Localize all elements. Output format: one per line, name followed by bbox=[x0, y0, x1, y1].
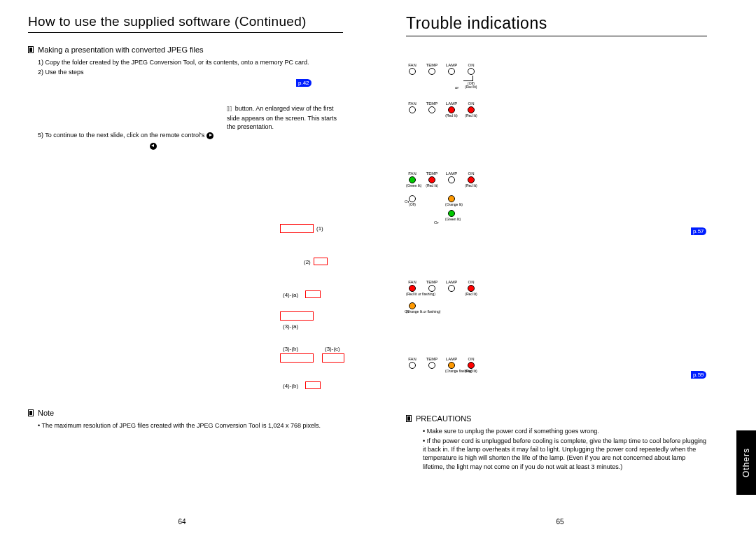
precaution-1: Make sure to unplug the power cord if so… bbox=[423, 427, 707, 435]
diagram-label-2: (2) bbox=[304, 259, 311, 265]
s: (Red lit) bbox=[465, 114, 477, 118]
page-ref-57[interactable]: p.57 bbox=[691, 227, 706, 235]
precaution-2: If the power cord is unplugged before co… bbox=[423, 437, 707, 471]
diagram-label-1: (1) bbox=[316, 225, 323, 232]
or-label: Or bbox=[434, 220, 439, 225]
right-title: Trouble indications bbox=[406, 14, 707, 33]
led-panel-4: FAN(Red lit or flashing) TEMP LAMP ON(Re… bbox=[406, 280, 477, 314]
precautions-label: PRECAUTIONS bbox=[416, 414, 471, 423]
note-label: Note bbox=[38, 409, 54, 417]
s: (Green lit) bbox=[445, 218, 458, 221]
l: FAN bbox=[406, 357, 419, 361]
note-head: Note bbox=[28, 409, 343, 417]
led bbox=[428, 176, 435, 183]
s: (Red lit) bbox=[426, 184, 438, 188]
led bbox=[468, 285, 475, 292]
led bbox=[448, 362, 455, 369]
l: TEMP bbox=[426, 280, 438, 284]
led bbox=[409, 176, 416, 183]
note-body: • The maximum resolution of JPEG files c… bbox=[28, 421, 343, 430]
l: ON bbox=[465, 171, 477, 176]
l: ON bbox=[465, 101, 477, 106]
step-2-text: 2) Use the steps bbox=[38, 69, 84, 76]
or-label: Or bbox=[405, 309, 410, 314]
led bbox=[448, 195, 455, 202]
led-temp-label: TEMP bbox=[426, 63, 438, 67]
led-lamp bbox=[448, 68, 455, 75]
s: (Red lit) bbox=[465, 370, 477, 373]
led-fan-label: FAN bbox=[406, 63, 419, 67]
left-page: How to use the supplied software (Contin… bbox=[0, 0, 364, 534]
led bbox=[409, 285, 416, 292]
led bbox=[468, 106, 475, 113]
led bbox=[409, 195, 416, 202]
led bbox=[428, 362, 435, 369]
l: LAMP bbox=[445, 171, 458, 176]
right-page: Trouble indications FAN TEMP LAMP ON (Of… bbox=[378, 0, 742, 534]
section-icon bbox=[28, 409, 34, 416]
note-text: The maximum resolution of JPEG files cre… bbox=[42, 422, 321, 429]
page-ref-42[interactable]: p.42 bbox=[296, 79, 312, 87]
step-5-text: 5) To continue to the next slide, click … bbox=[38, 132, 206, 139]
l: ON bbox=[465, 280, 477, 284]
step-2: 2) Use the steps bbox=[38, 68, 343, 76]
led-lamp-label: LAMP bbox=[445, 63, 458, 67]
l: TEMP bbox=[426, 101, 438, 106]
diagram-box-3b bbox=[280, 353, 314, 363]
diagram-label-3c: (3)-(c) bbox=[325, 346, 340, 352]
slideshow-icon: ✽⃞ bbox=[227, 104, 232, 114]
l: TEMP bbox=[426, 171, 438, 176]
precautions-head: PRECAUTIONS bbox=[406, 414, 707, 423]
diagram-label-4a: (4)-(a) bbox=[283, 292, 298, 298]
play-icon bbox=[206, 132, 214, 139]
diagram-box-2 bbox=[314, 258, 328, 265]
led-panel-5: FAN TEMP LAMP(Orange flashing) ON(Red li… bbox=[406, 357, 477, 373]
led bbox=[448, 210, 455, 217]
back-icon bbox=[150, 143, 157, 150]
diagram-label-3a: (3)-(a) bbox=[283, 323, 298, 330]
led-panel-2: FAN TEMP LAMP(Red lit) ON(Red lit) bbox=[406, 101, 477, 118]
led-panel-1: FAN TEMP LAMP ON (Off) or (Red lit) bbox=[406, 63, 477, 85]
s: (Green lit) bbox=[406, 184, 419, 188]
l: TEMP bbox=[426, 357, 438, 361]
s: (Orange flashing) bbox=[445, 370, 458, 373]
page-number-right: 65 bbox=[556, 518, 564, 526]
led bbox=[409, 362, 416, 369]
or-label: or bbox=[455, 85, 458, 90]
led bbox=[448, 106, 455, 113]
l: LAMP bbox=[445, 101, 458, 106]
led-on-label: ON bbox=[465, 63, 477, 67]
led bbox=[428, 106, 435, 113]
s: (Red lit) bbox=[465, 293, 477, 296]
diagram-box-4b bbox=[305, 381, 321, 389]
step-3a-tail: button. An enlarged view of the first sl… bbox=[227, 105, 337, 130]
section-icon bbox=[28, 46, 34, 53]
rule bbox=[406, 36, 707, 36]
led-on bbox=[468, 68, 475, 75]
l: FAN bbox=[406, 101, 419, 106]
diagram-box-3a-top bbox=[280, 311, 314, 321]
s: (Red lit or flashing) bbox=[406, 293, 419, 296]
led bbox=[409, 302, 416, 309]
diagram-label-4b: (4)-(b) bbox=[283, 383, 298, 389]
led-fan bbox=[409, 68, 416, 75]
step-3-block: ✽⃞ button. An enlarged view of the first… bbox=[28, 104, 343, 150]
rule bbox=[28, 32, 343, 33]
l: ON bbox=[465, 357, 477, 361]
section-icon bbox=[406, 415, 412, 422]
led bbox=[448, 285, 455, 292]
l: LAMP bbox=[445, 357, 458, 361]
section-title: Making a presentation with converted JPE… bbox=[38, 45, 204, 54]
led bbox=[468, 176, 475, 183]
page-ref-59[interactable]: p.59 bbox=[691, 371, 706, 379]
side-tab-others[interactable]: Others bbox=[736, 430, 756, 495]
precautions-body: Make sure to unplug the power cord if so… bbox=[406, 427, 707, 471]
led bbox=[448, 176, 455, 183]
led bbox=[468, 362, 475, 369]
diagram-box-1 bbox=[280, 224, 314, 233]
s: (Red lit) bbox=[445, 114, 458, 118]
s: (Red lit) bbox=[465, 184, 477, 188]
l: FAN bbox=[406, 280, 419, 284]
steps-list: 1) Copy the folder created by the JPEG C… bbox=[28, 58, 343, 76]
led bbox=[428, 285, 435, 292]
